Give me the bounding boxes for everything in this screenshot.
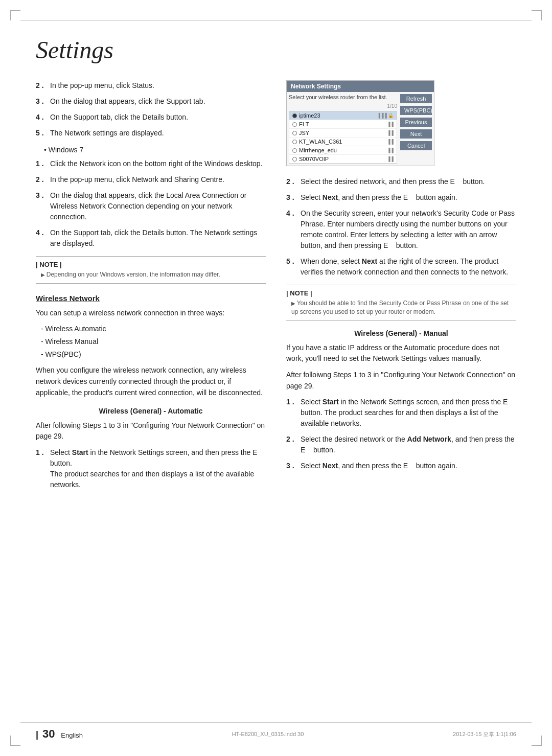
list-item: 2 . In the pop-up menu, click Network an… xyxy=(36,174,266,185)
next-button[interactable]: Next xyxy=(400,129,432,139)
step-num: 5 . xyxy=(36,128,50,139)
step-content: Select the desired network or the Add Ne… xyxy=(301,434,516,455)
radio-button xyxy=(292,122,297,127)
note-content: Depending on your Windows version, the i… xyxy=(36,270,266,279)
dialog-pagination: 1/10 xyxy=(289,103,397,109)
list-item: 3 . Select Next, and then press the E bu… xyxy=(286,192,516,203)
network-dialog: Network Settings Select your wireless ro… xyxy=(286,80,434,166)
refresh-button[interactable]: Refresh xyxy=(400,94,432,103)
list-item: Wireless Automatic xyxy=(36,324,266,334)
left-column: 2 . In the pop-up menu, click Status. 3 … xyxy=(36,80,266,495)
step-content: Select Start in the Network Settings scr… xyxy=(50,447,266,490)
footer-line xyxy=(20,722,532,723)
list-item: 4 . On the Support tab, click the Detail… xyxy=(36,112,266,123)
step-num: 3 . xyxy=(36,190,50,222)
dialog-buttons: Refresh WPS(PBC) Previous Next Cancel xyxy=(400,94,432,164)
step-num: 2 . xyxy=(286,176,301,187)
wireless-intro: You can setup a wireless network connect… xyxy=(36,308,266,319)
footer-pipe: | xyxy=(36,729,38,740)
step-num: 3 . xyxy=(36,96,50,107)
step-content: On the dialog that appears, click the Su… xyxy=(50,96,205,107)
dialog-left-panel: Select your wireless router from the lis… xyxy=(289,94,397,164)
page-title: Settings xyxy=(36,36,516,64)
dialog-title: Network Settings xyxy=(287,81,434,92)
step-num: 2 . xyxy=(286,434,301,455)
step-content: Select Next, and then press the E button… xyxy=(301,192,457,203)
wireless-description: When you configure the wireless network … xyxy=(36,365,266,398)
signal-icon: ▐▐ xyxy=(387,122,394,127)
wireless-manual-intro: If you have a static IP address or the A… xyxy=(286,342,516,364)
network-item[interactable]: JSY ▐▐ xyxy=(289,129,397,138)
top-border xyxy=(20,20,532,21)
list-item: 2 . Select the desired network, and then… xyxy=(286,176,516,187)
footer-filename: HT-E8200_XU_0315.indd 30 xyxy=(232,731,304,737)
network-name: ELT xyxy=(292,121,309,127)
step-num: 2 . xyxy=(36,174,50,185)
signal-icon: ▐▐ xyxy=(387,148,394,153)
previous-button[interactable]: Previous xyxy=(400,118,432,127)
list-item: 3 . On the dialog that appears, click th… xyxy=(36,190,266,222)
cancel-button[interactable]: Cancel xyxy=(400,141,432,150)
wireless-manual-heading: Wireless (General) - Manual xyxy=(286,329,516,337)
dialog-instruction: Select your wireless router from the lis… xyxy=(289,94,397,100)
radio-button xyxy=(292,131,297,135)
intro-steps: 2 . In the pop-up menu, click Status. 3 … xyxy=(36,80,266,139)
list-item: 4 . On the Security screen, enter your n… xyxy=(286,208,516,251)
note-box-1: | NOTE | Depending on your Windows versi… xyxy=(36,256,266,284)
main-content: 2 . In the pop-up menu, click Status. 3 … xyxy=(36,80,516,495)
network-item[interactable]: S0070VOIP ▐▐ xyxy=(289,155,397,163)
footer-date: 2012-03-15 오후 1:1|1:06 xyxy=(453,730,516,738)
step-num: 3 . xyxy=(286,192,301,203)
step-content: Select the desired network, and then pre… xyxy=(301,176,485,187)
page-number: 30 xyxy=(42,727,55,740)
step-content: In the pop-up menu, click Status. xyxy=(50,80,154,91)
wps-pbc-button[interactable]: WPS(PBC) xyxy=(400,106,432,115)
wireless-auto-intro: After following Steps 1 to 3 in "Configu… xyxy=(36,420,266,442)
list-item: 1 . Select Start in the Network Settings… xyxy=(286,397,516,429)
radio-button xyxy=(292,157,297,162)
step-num: 2 . xyxy=(36,80,50,91)
footer-language: English xyxy=(61,731,83,739)
dialog-body-outer: Select your wireless router from the lis… xyxy=(287,92,434,166)
network-item[interactable]: ELT ▐▐ xyxy=(289,120,397,129)
wireless-manual-intro2: After folloiwng Steps 1 to 3 in "Configu… xyxy=(286,370,516,392)
step-content: On the dialog that appears, click the Lo… xyxy=(50,190,266,222)
step-content: Select Start in the Network Settings scr… xyxy=(301,397,516,429)
step-num: 4 . xyxy=(286,208,301,251)
network-name: Mirrhenge_edu xyxy=(292,147,337,153)
page: Settings 2 . In the pop-up menu, click S… xyxy=(0,0,552,756)
signal-icon: ▐▐ xyxy=(387,139,394,144)
right-column: Network Settings Select your wireless ro… xyxy=(286,80,516,495)
list-item: Wireless Manual xyxy=(36,336,266,347)
corner-mark-br xyxy=(532,736,542,746)
footer: | 30 English HT-E8200_XU_0315.indd 30 20… xyxy=(36,727,516,741)
network-item[interactable]: iptime23 ▐▐▐ 🔒 xyxy=(289,111,397,120)
note-box-2: | NOTE | You should be able to find the … xyxy=(286,285,516,321)
list-item: 3 . Select Next, and then press the E bu… xyxy=(286,461,516,471)
list-item: 4 . On the Support tab, click the Detail… xyxy=(36,227,266,249)
note-title: | NOTE | xyxy=(36,261,266,268)
network-item[interactable]: KT_WLAN_C361 ▐▐ xyxy=(289,138,397,146)
network-item[interactable]: Mirrhenge_edu ▐▐ xyxy=(289,146,397,155)
windows7-label: Windows 7 xyxy=(36,145,266,155)
step-content: Select Next, and then press the E button… xyxy=(301,461,457,471)
wireless-network-heading: Wireless Network xyxy=(36,294,266,303)
step-num: 4 . xyxy=(36,227,50,249)
step-content: Click the Network icon on the bottom rig… xyxy=(50,158,263,169)
network-name: JSY xyxy=(292,130,309,136)
step-content: On the Support tab, click the Details bu… xyxy=(50,112,188,123)
network-name: S0070VOIP xyxy=(292,156,329,162)
list-item: 1 . Select Start in the Network Settings… xyxy=(36,447,266,490)
step-num: 5 . xyxy=(286,256,301,278)
list-item: 3 . On the dialog that appears, click th… xyxy=(36,96,266,107)
note-title: | NOTE | xyxy=(286,289,516,297)
step-content: On the Support tab, click the Details bu… xyxy=(50,227,266,249)
list-item: 2 . In the pop-up menu, click Status. xyxy=(36,80,266,91)
list-item: WPS(PBC) xyxy=(36,349,266,360)
corner-mark-tl xyxy=(10,10,20,20)
list-item: 5 . The Network settings are displayed. xyxy=(36,128,266,139)
step-num: 1 . xyxy=(36,447,50,490)
signal-icon: ▐▐▐ xyxy=(377,113,387,118)
radio-button xyxy=(292,140,297,144)
step-content: When done, select Next at the right of t… xyxy=(301,256,516,278)
